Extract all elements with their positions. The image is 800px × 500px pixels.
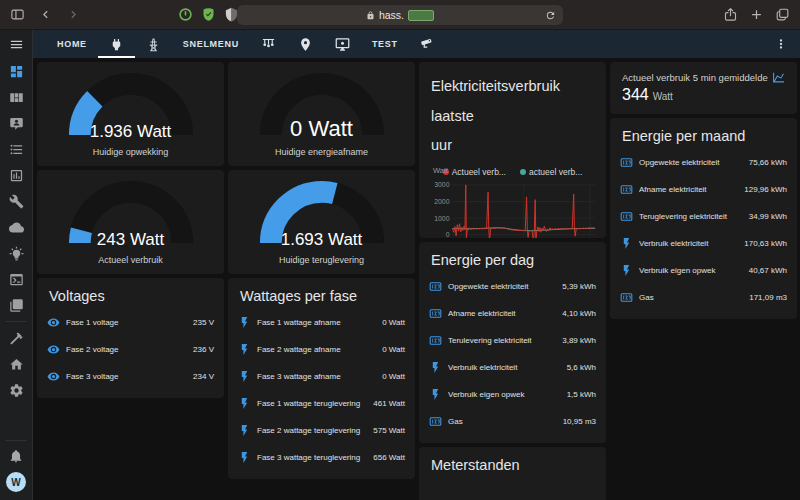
gauge-card-actueel-verbruik[interactable]: 243 Watt Actueel verbruik xyxy=(37,170,224,274)
dots-vertical-icon[interactable] xyxy=(774,37,788,51)
entity-name: Teruglevering elektriciteit xyxy=(639,212,743,221)
entity-row[interactable]: Fase 2 wattage afname 0 Watt xyxy=(228,336,415,363)
tab-cctv-icon[interactable] xyxy=(409,30,446,58)
eye-icon xyxy=(47,370,60,383)
entity-row[interactable]: Terulevering elektriciteit 3,89 kWh xyxy=(419,327,606,354)
card-electricity-chart: Elektriciteitsverbruik laatste uur Watt … xyxy=(419,62,606,238)
tab-monitor-icon[interactable] xyxy=(324,30,361,58)
cog-icon xyxy=(9,383,24,398)
sidebar-item[interactable] xyxy=(0,58,32,84)
view-dashboard-icon xyxy=(9,64,24,79)
sidebar-item[interactable] xyxy=(0,377,32,403)
svg-text:0: 0 xyxy=(445,231,449,238)
chevron-right-icon[interactable] xyxy=(66,7,81,22)
refresh-icon[interactable] xyxy=(545,10,556,21)
gauge-value: 243 Watt xyxy=(37,230,224,250)
plus-icon[interactable] xyxy=(749,7,764,22)
tab-transmission-tower-icon[interactable] xyxy=(135,30,172,58)
entity-row[interactable]: Opgewekte elektriciteit 75,66 kWh xyxy=(610,149,797,176)
lightbulb-icon xyxy=(9,246,24,261)
entity-name: Verbruik elektriciteit xyxy=(639,239,738,248)
share-icon[interactable] xyxy=(723,7,738,22)
tab-label: SNELMENU xyxy=(183,39,239,49)
entity-value: 10,95 m3 xyxy=(563,417,596,426)
gauge-card-teruglevering[interactable]: 1.693 Watt Huidige teruglevering xyxy=(228,170,415,274)
gauge-card-energieafname[interactable]: 0 Watt Huidige energieafname xyxy=(228,62,415,166)
tab-vanity-light-icon[interactable] xyxy=(250,30,287,58)
chevron-left-icon[interactable] xyxy=(38,7,53,22)
sidebar-menu-button[interactable] xyxy=(0,30,32,58)
entity-row[interactable]: Fase 1 voltage 235 V xyxy=(37,309,224,336)
browser-extensions xyxy=(178,7,239,22)
legend-item[interactable]: Actueel verb... xyxy=(443,167,506,177)
entity-row[interactable]: Afname elektriciteit 129,96 kWh xyxy=(610,176,797,203)
entity-rows: Fase 1 wattage afname 0 Watt Fase 2 watt… xyxy=(228,309,415,479)
counter-icon xyxy=(429,334,442,347)
entity-row[interactable]: Gas 171,09 m3 xyxy=(610,284,797,311)
card-actueel-verbruik-gemiddelde[interactable]: Actueel verbruik 5 min gemiddelde 344Wat… xyxy=(610,62,797,114)
tab-map-marker-icon[interactable] xyxy=(287,30,324,58)
entity-row[interactable]: Teruglevering elektriciteit 34,99 kWh xyxy=(610,203,797,230)
column-4: Actueel verbruik 5 min gemiddelde 344Wat… xyxy=(610,62,797,496)
flash-icon xyxy=(238,316,251,329)
sidebar-divider xyxy=(5,321,27,322)
card-energie-per-dag: Energie per dag Opgewekte elektriciteit … xyxy=(419,242,606,443)
svg-text:3000: 3000 xyxy=(434,181,449,188)
power-extension-icon[interactable] xyxy=(178,7,193,22)
sidebar-item[interactable] xyxy=(0,351,32,377)
counter-icon xyxy=(429,280,442,293)
entity-row[interactable]: Fase 3 voltage 234 V xyxy=(37,363,224,390)
sidebar-item[interactable] xyxy=(0,214,32,240)
tab-label: HOME xyxy=(57,39,87,49)
entity-row[interactable]: Fase 3 wattage afname 0 Watt xyxy=(228,363,415,390)
entity-row[interactable]: Fase 3 wattage teruglevering 656 Watt xyxy=(228,444,415,471)
adguard-extension-icon[interactable] xyxy=(201,7,216,22)
sidebar-item[interactable] xyxy=(0,84,32,110)
entity-row[interactable]: Fase 2 voltage 236 V xyxy=(37,336,224,363)
sidebar-item[interactable] xyxy=(0,240,32,266)
media-box-icon xyxy=(9,298,24,313)
tab-home[interactable]: HOME xyxy=(46,30,98,58)
address-bar[interactable]: hass. xyxy=(237,5,563,25)
entity-name: Fase 2 voltage xyxy=(66,345,187,354)
tabs-icon[interactable] xyxy=(775,7,790,22)
browser-actions xyxy=(723,7,790,22)
gauge-value: 1.936 Watt xyxy=(37,122,224,142)
tab-power-plug-icon[interactable] xyxy=(98,30,135,58)
sidebar-item[interactable] xyxy=(0,110,32,136)
entity-name: Afname elektriciteit xyxy=(639,185,738,194)
transmission-tower-icon xyxy=(146,37,161,52)
sidebar-item[interactable] xyxy=(0,136,32,162)
entity-row[interactable]: Fase 1 wattage afname 0 Watt xyxy=(228,309,415,336)
entity-row[interactable]: Afname elektriciteit 4,10 kWh xyxy=(419,300,606,327)
tab-snelmenu[interactable]: SNELMENU xyxy=(172,30,250,58)
sidebar-toggle-icon[interactable] xyxy=(10,7,25,22)
entity-value: 0 Watt xyxy=(382,372,405,381)
sidebar-item[interactable] xyxy=(0,325,32,351)
entity-row[interactable]: Gas 10,95 m3 xyxy=(419,408,606,435)
entity-row[interactable]: Fase 2 wattage teruglevering 575 Watt xyxy=(228,417,415,444)
sidebar-item[interactable] xyxy=(0,188,32,214)
sidebar-item[interactable] xyxy=(0,266,32,292)
entity-row[interactable]: Opgewekte elektriciteit 5,39 kWh xyxy=(419,273,606,300)
tab-test[interactable]: TEST xyxy=(361,30,409,58)
legend-item[interactable]: actueel verb... xyxy=(520,167,582,177)
notifications-button[interactable] xyxy=(0,444,32,468)
gauge-card-opwekking[interactable]: 1.936 Watt Huidige opwekking xyxy=(37,62,224,166)
column-2: 0 Watt Huidige energieafname 1.693 Watt … xyxy=(228,62,415,496)
entity-row[interactable]: Verbruik elektriciteit 5,6 kWh xyxy=(419,354,606,381)
entity-name: Fase 2 wattage afname xyxy=(257,345,376,354)
browser-toolbar: hass. xyxy=(0,0,800,30)
entity-name: Fase 1 wattage afname xyxy=(257,318,376,327)
entity-row[interactable]: Verbruik eigen opwek 40,67 kWh xyxy=(610,257,797,284)
console-icon xyxy=(9,272,24,287)
entity-name: Opgewekte elektriciteit xyxy=(639,158,743,167)
entity-row[interactable]: Fase 1 wattage teruglevering 461 Watt xyxy=(228,390,415,417)
counter-icon xyxy=(620,210,633,223)
sidebar-item[interactable] xyxy=(0,162,32,188)
entity-row[interactable]: Verbruik elektriciteit 170,63 kWh xyxy=(610,230,797,257)
entity-row[interactable]: Verbruik eigen opwek 1,5 kWh xyxy=(419,381,606,408)
sidebar-item[interactable] xyxy=(0,292,32,318)
avatar[interactable]: W xyxy=(6,472,26,492)
hammer-icon xyxy=(9,331,24,346)
